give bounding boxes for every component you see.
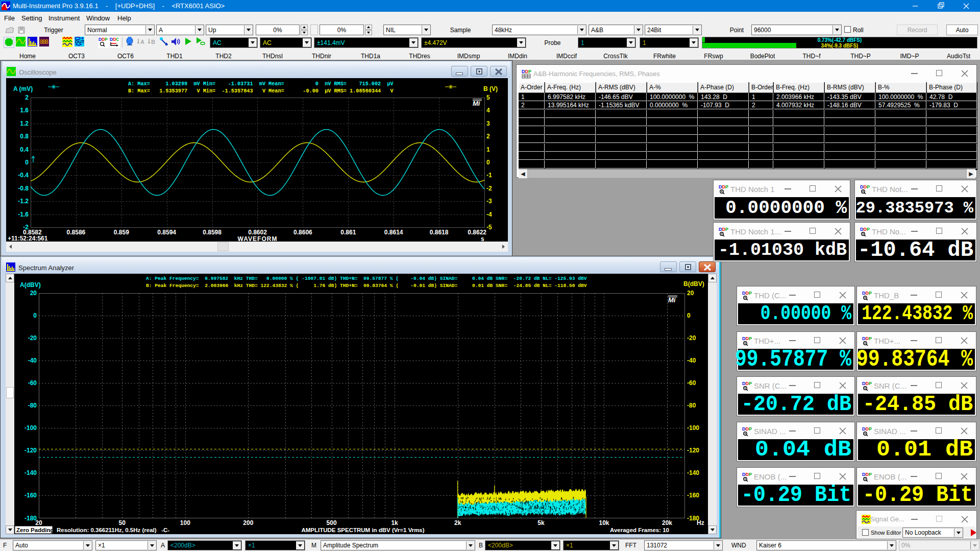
svg-text:DDP: DDP <box>862 472 872 477</box>
svg-text:10k: 10k <box>599 519 609 526</box>
svg-text:DDP: DDP <box>862 291 872 296</box>
svg-text:-40: -40 <box>687 357 696 364</box>
svg-text:DDP: DDP <box>742 472 752 477</box>
svg-text:A: Peak Frequency= 6.997582: A: Peak Frequency= 6.997582 kHz THD= 0.0… <box>146 276 587 281</box>
svg-text:0.859: 0.859 <box>114 229 129 236</box>
svg-text:1.6: 1.6 <box>20 107 29 114</box>
svg-text:+11:52:24:561: +11:52:24:561 <box>8 235 48 242</box>
svg-text:0.8622: 0.8622 <box>468 229 486 236</box>
svg-text:DDP: DDP <box>862 381 872 386</box>
svg-text:-3: -3 <box>486 198 492 205</box>
svg-text:-140: -140 <box>24 469 37 476</box>
svg-text:B: Max= 1.5353977 V Min=: B: Max= 1.5353977 V Min= -1.5357843 V Me… <box>128 88 394 94</box>
svg-text:0: 0 <box>687 312 691 319</box>
svg-text:0.8606: 0.8606 <box>293 229 312 236</box>
svg-text:-120: -120 <box>24 447 37 454</box>
svg-text:100: 100 <box>180 519 190 526</box>
svg-text:888: 888 <box>40 38 48 45</box>
svg-text:-20: -20 <box>687 334 696 342</box>
svg-text:-0.8: -0.8 <box>18 185 29 192</box>
svg-text:-2: -2 <box>486 185 492 192</box>
svg-text:A (mV): A (mV) <box>13 85 33 92</box>
svg-text:A: A <box>140 39 144 45</box>
svg-text:-4: -4 <box>486 211 492 218</box>
svg-text:4: 4 <box>486 107 490 114</box>
svg-text:-160: -160 <box>24 492 37 499</box>
svg-text:B: B <box>151 39 155 45</box>
svg-text:-80: -80 <box>687 402 696 409</box>
svg-text:DDP: DDP <box>522 69 531 74</box>
svg-text:-120: -120 <box>687 447 699 454</box>
svg-text:0.8618: 0.8618 <box>430 229 449 236</box>
svg-text:DDP: DDP <box>742 291 752 296</box>
svg-text:B (V): B (V) <box>483 85 498 92</box>
svg-text:Resolution: 0.366211Hz, 0.5Hz: Resolution: 0.366211Hz, 0.5Hz (real) -C- <box>57 527 169 533</box>
svg-text:0: 0 <box>486 159 490 166</box>
svg-text:2k: 2k <box>454 519 461 526</box>
svg-text:-1.2: -1.2 <box>18 198 29 205</box>
svg-text:-1.6: -1.6 <box>18 211 29 218</box>
svg-text:-140: -140 <box>687 469 699 476</box>
svg-text:-1: -1 <box>486 172 492 179</box>
svg-text:DDP: DDP <box>862 336 872 341</box>
svg-text:-160: -160 <box>687 492 699 499</box>
svg-text:-20: -20 <box>28 334 37 342</box>
svg-text:DDP: DDP <box>860 184 870 189</box>
svg-text:1k: 1k <box>391 519 398 526</box>
svg-text:5: 5 <box>486 94 490 101</box>
svg-text:A(dBV): A(dBV) <box>20 281 41 289</box>
svg-text:0.8598: 0.8598 <box>203 229 222 236</box>
svg-text:0.4: 0.4 <box>20 146 29 153</box>
svg-text:3: 3 <box>486 120 490 127</box>
svg-text:WAVEFORM: WAVEFORM <box>238 235 278 242</box>
svg-text:500: 500 <box>327 519 337 526</box>
svg-text:-60: -60 <box>28 379 37 387</box>
svg-text:-40: -40 <box>28 357 37 364</box>
svg-text:DDC: DDC <box>110 37 119 42</box>
svg-text:-100: -100 <box>687 424 699 432</box>
svg-text:Hz: Hz <box>697 519 704 526</box>
svg-text:AMPLITUDE SPECTRUM in dBV (Vr=: AMPLITUDE SPECTRUM in dBV (Vr=1 Vrms) <box>301 527 424 533</box>
svg-text:2: 2 <box>25 94 29 101</box>
svg-text:0: 0 <box>33 312 37 319</box>
svg-text:50: 50 <box>119 519 126 526</box>
svg-text:200: 200 <box>243 519 253 526</box>
svg-text:B: Peak Frequency= 2.003966: B: Peak Frequency= 2.003966 kHz THD= 122… <box>146 283 587 289</box>
svg-text:DDP: DDP <box>742 426 752 432</box>
svg-text:-80: -80 <box>28 402 37 409</box>
svg-text:-0.4: -0.4 <box>18 172 29 179</box>
svg-text:20: 20 <box>35 519 42 526</box>
svg-text:20: 20 <box>30 290 37 297</box>
svg-text:20: 20 <box>687 290 694 297</box>
svg-text:DDP: DDP <box>862 426 872 432</box>
svg-text:Mi: Mi <box>668 296 676 304</box>
svg-text:Zero Padding: Zero Padding <box>16 527 54 533</box>
svg-text:Averaged Frames: 10: Averaged Frames: 10 <box>610 527 669 533</box>
svg-text:DDP: DDP <box>719 227 728 232</box>
svg-text:2: 2 <box>486 133 490 140</box>
svg-text:B(dBV): B(dBV) <box>683 280 704 288</box>
svg-text:DDP: DDP <box>860 227 870 232</box>
svg-text:0: 0 <box>25 159 29 166</box>
svg-text:A: Max= 1.03299 mV Min=: A: Max= 1.03299 mV Min= -1.03731 mV Mean… <box>128 81 394 87</box>
svg-text:0.861: 0.861 <box>340 229 356 236</box>
svg-text:Mi: Mi <box>473 100 480 107</box>
svg-text:1: 1 <box>486 146 490 153</box>
svg-text:DDP: DDP <box>719 184 728 189</box>
svg-text:DUT: DUT <box>75 39 84 44</box>
svg-text:DDP: DDP <box>99 37 108 42</box>
svg-text:1.2: 1.2 <box>20 120 29 127</box>
svg-text:DDP: DDP <box>742 381 752 386</box>
svg-text:0.8586: 0.8586 <box>67 229 86 236</box>
svg-text:s: s <box>481 235 484 242</box>
svg-text:20k: 20k <box>662 519 672 526</box>
svg-text:-5: -5 <box>486 224 492 231</box>
svg-text:DDP: DDP <box>742 336 752 341</box>
svg-text:0.8: 0.8 <box>20 133 29 140</box>
svg-text:5k: 5k <box>537 519 545 526</box>
svg-text:0.8594: 0.8594 <box>157 229 176 236</box>
svg-text:0.8602: 0.8602 <box>248 229 267 236</box>
svg-text:0.8614: 0.8614 <box>384 229 403 236</box>
svg-text:-100: -100 <box>24 424 37 432</box>
svg-text:-60: -60 <box>687 379 696 387</box>
